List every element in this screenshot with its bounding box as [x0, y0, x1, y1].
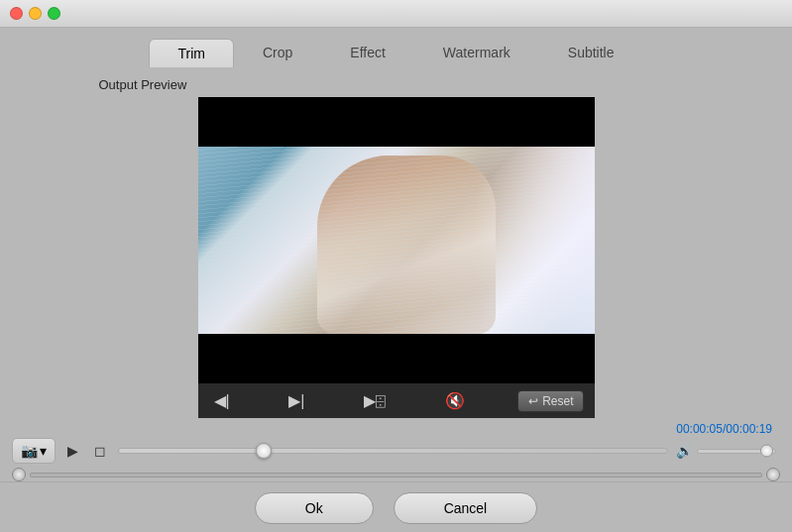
main-content: Trim Crop Effect Watermark Subtitle Outp…	[0, 28, 792, 532]
titlebar	[0, 0, 792, 28]
camera-snapshot-button[interactable]: 📷 ▾	[12, 438, 56, 464]
play-pause-button[interactable]: ▶|	[283, 389, 310, 412]
tab-crop[interactable]: Crop	[234, 38, 321, 67]
volume-section: 🔊	[676, 443, 776, 459]
trim-end-handle[interactable]	[766, 468, 780, 481]
tab-trim[interactable]: Trim	[149, 39, 233, 67]
trim-start-handle[interactable]	[12, 468, 26, 481]
time-display: 00:00:05/00:00:19	[676, 422, 772, 436]
bottom-bar: Ok Cancel	[0, 481, 792, 532]
seek-track-container[interactable]	[118, 448, 668, 454]
camera-dropdown-icon: ▾	[40, 443, 47, 459]
tab-bar: Trim Crop Effect Watermark Subtitle	[149, 28, 642, 67]
minimize-button[interactable]	[29, 7, 42, 20]
prev-frame-button[interactable]: ◀|	[208, 389, 236, 412]
seek-track[interactable]	[118, 448, 668, 454]
current-time: 00:00:05	[676, 422, 723, 436]
stop-button[interactable]: ◻	[90, 441, 110, 461]
tab-effect[interactable]: Effect	[321, 38, 414, 67]
seek-area: 00:00:05/00:00:19 📷 ▾ ▶ ◻ 🔊	[0, 418, 792, 481]
mute-button[interactable]: 🔇	[439, 389, 471, 412]
output-preview-label: Output Preview	[99, 77, 187, 92]
close-button[interactable]	[10, 7, 23, 20]
seek-thumb[interactable]	[256, 443, 272, 459]
next-frame-button[interactable]: ▶⌹	[358, 389, 392, 412]
volume-track[interactable]	[697, 449, 776, 454]
cancel-button[interactable]: Cancel	[394, 492, 538, 524]
controls-row: 📷 ▾ ▶ ◻ 🔊	[0, 438, 792, 464]
play-button[interactable]: ▶	[63, 441, 82, 461]
camera-icon: 📷	[21, 443, 38, 459]
video-frame	[198, 147, 595, 334]
trim-range-row	[0, 468, 792, 481]
trim-range-track[interactable]	[30, 473, 762, 478]
maximize-button[interactable]	[48, 7, 60, 20]
traffic-lights	[10, 7, 60, 20]
letterbox-bottom	[198, 334, 595, 383]
video-preview	[198, 97, 595, 383]
volume-icon: 🔊	[676, 443, 693, 459]
tab-watermark[interactable]: Watermark	[414, 38, 539, 67]
total-time: 00:00:19	[726, 422, 772, 436]
reset-arrow-icon: ↩	[528, 394, 538, 408]
volume-thumb[interactable]	[760, 445, 773, 458]
letterbox-top	[198, 97, 595, 147]
ok-button[interactable]: Ok	[255, 492, 374, 524]
tab-subtitle[interactable]: Subtitle	[539, 38, 643, 67]
transport-bar: ◀| ▶| ▶⌹ 🔇 ↩ Reset	[198, 383, 595, 418]
reset-button[interactable]: ↩ Reset	[517, 390, 584, 412]
